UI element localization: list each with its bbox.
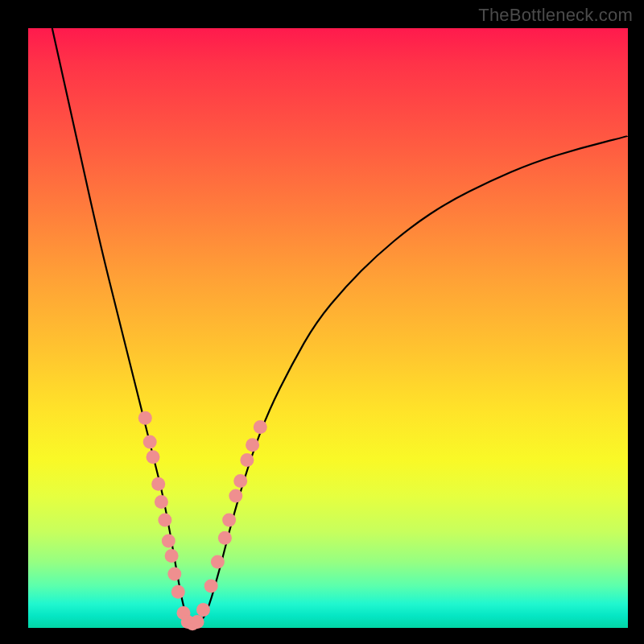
marker-dot bbox=[222, 513, 236, 526]
marker-dot bbox=[151, 477, 165, 491]
marker-dot bbox=[233, 474, 247, 488]
marker-dot bbox=[171, 585, 185, 599]
marker-dot bbox=[162, 535, 175, 548]
marker-dot bbox=[155, 495, 168, 509]
marker-dot bbox=[240, 453, 254, 467]
marker-dot bbox=[167, 568, 181, 581]
marker-dot bbox=[254, 420, 267, 434]
marker-dot bbox=[138, 411, 152, 425]
marker-dot bbox=[218, 531, 232, 545]
marker-dot bbox=[143, 436, 157, 449]
highlight-markers bbox=[138, 411, 267, 631]
marker-dot bbox=[229, 489, 242, 503]
chart-frame: TheBottleneck.com bbox=[0, 0, 644, 644]
marker-dot bbox=[246, 438, 259, 452]
marker-dot bbox=[191, 615, 204, 629]
marker-dot bbox=[211, 555, 225, 569]
marker-dot bbox=[147, 450, 160, 464]
plot-area bbox=[28, 28, 628, 628]
curve-layer bbox=[28, 28, 628, 628]
marker-dot bbox=[196, 603, 210, 617]
marker-dot bbox=[158, 513, 171, 526]
marker-dot bbox=[165, 549, 179, 563]
bottleneck-curve bbox=[52, 28, 628, 625]
watermark-text: TheBottleneck.com bbox=[478, 5, 633, 26]
marker-dot bbox=[204, 579, 218, 592]
